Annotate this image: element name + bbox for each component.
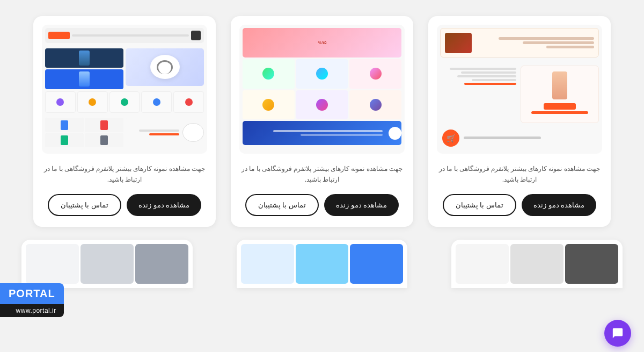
mock3-dot-4 [89, 98, 96, 106]
mock2-text-block [243, 130, 386, 136]
mock3-phone-blue [79, 71, 90, 87]
card-3-preview [42, 25, 207, 154]
mock3-grid-4 [45, 133, 84, 148]
bottom-thumb-1-2 [510, 244, 564, 284]
card-2-description: جهت مشاهده نمونه کارهای بیشتر پلاتفرم فر… [239, 163, 405, 185]
mock3-dot-3 [121, 98, 128, 106]
card-1-support-button[interactable]: تماس با پشتیبان [443, 194, 516, 216]
card-3-demo-button[interactable]: مشاهده دمو زنده [127, 194, 201, 216]
bottom-thumb-3-1 [135, 244, 188, 284]
bottom-card-1 [451, 240, 623, 288]
chat-button[interactable] [604, 320, 631, 347]
card-2-preview: %۷۵ [239, 25, 405, 154]
mock2-text-line2 [301, 134, 383, 136]
mock2-product-4 [370, 99, 382, 111]
mock3-prod-5 [45, 91, 76, 113]
mock2-cell4 [349, 90, 401, 120]
mock1-total [464, 137, 541, 139]
card-2-buttons: مشاهده دمو زنده تماس با پشتیبان [239, 194, 405, 216]
bottom-card-2 [237, 240, 408, 288]
mock2-cell2 [296, 59, 348, 89]
bottom-thumb-2-1 [350, 244, 403, 284]
mock3-mini1 [45, 48, 123, 68]
mock3-phone-dark [79, 51, 90, 66]
card-1-demo-button[interactable]: مشاهده دمو زنده [522, 194, 596, 216]
bottom-thumb-2-3 [241, 244, 294, 284]
mock3-prod-3 [109, 91, 140, 113]
bottom-card-3 [21, 240, 193, 288]
bottom-thumb-1-1 [565, 244, 618, 284]
mock2-text-line1 [273, 130, 383, 132]
mock1-detail-1 [450, 68, 516, 70]
mockup2: %۷۵ [239, 25, 405, 154]
bottom-thumb-3-3 [26, 244, 79, 284]
mock3-mini2 [45, 69, 123, 89]
mock1-line3 [546, 46, 594, 48]
mock2-bottom-banner [243, 121, 401, 145]
mock1-detail-3 [457, 75, 516, 77]
bottom-preview-1 [451, 240, 623, 288]
mock3-grid-prod-3 [100, 135, 108, 145]
card-1-preview: 🛒 [437, 25, 602, 154]
mock3-nav-btn [48, 32, 70, 39]
cards-row: 🛒 جهت مشاهده نمونه کارهای بیشتر پلاتفرم … [0, 0, 644, 238]
mock2-cell3 [243, 59, 295, 89]
mock1-line2 [523, 41, 594, 44]
mock3-grid-3 [85, 133, 123, 148]
chat-svg-icon [612, 327, 624, 339]
mock3-grid-2 [45, 118, 84, 132]
mock1-detail-2 [461, 71, 517, 74]
mock2-product-2 [316, 68, 328, 80]
mock2-cell1 [349, 59, 401, 89]
mock1-product-thumb [445, 33, 472, 53]
mock1-line1 [499, 37, 594, 40]
mock2-product-6 [262, 99, 274, 111]
bottom-preview-2 [237, 240, 408, 288]
mock3-grid-1 [85, 118, 123, 132]
card-3: جهت مشاهده نمونه کارهای بیشتر پلاتفرم فر… [33, 16, 216, 227]
bottom-preview-3 [21, 240, 193, 288]
mock3-prod-1 [173, 91, 204, 113]
mock1-phone-img [552, 71, 567, 99]
mock3-airpods-section [126, 118, 204, 147]
mock1-details [440, 66, 518, 124]
bottom-spacer-1 [422, 240, 436, 288]
mock3-airpods-price [149, 133, 179, 135]
mock3-nav-line [72, 34, 189, 37]
mock3-grid-prod-1 [100, 120, 108, 130]
mock3-hero [126, 48, 204, 86]
chat-icon [611, 327, 624, 340]
mock1-detail-4 [472, 79, 516, 81]
mock2-cell5 [296, 90, 348, 120]
card-2-demo-button[interactable]: مشاهده دمو زنده [324, 194, 399, 216]
mock1-cart-row: 🛒 [440, 125, 599, 150]
card-1-description: جهت مشاهده نمونه کارهای بیشتر پلاتفرم فر… [437, 163, 602, 185]
mock1-add-btn [544, 103, 576, 110]
card-3-support-button[interactable]: تماس با پشتیبان [48, 194, 121, 216]
mock1-cart-icon: 🛒 [442, 130, 459, 147]
card-2-support-button[interactable]: تماس با پشتیبان [245, 194, 319, 216]
card-2: %۷۵ [231, 16, 413, 227]
portal-name: PORTAL [0, 283, 64, 304]
portal-url: www.portal.ir [0, 304, 64, 317]
mock2-product-1 [370, 68, 382, 80]
mock1-phone-product [521, 66, 599, 124]
card-3-buttons: مشاهده دمو زنده تماس با پشتیبان [42, 194, 207, 216]
mock3-grid-prod-2 [61, 120, 68, 130]
mock3-dot-5 [56, 98, 64, 106]
mock1-price-line [531, 111, 588, 114]
mock3-logo [191, 31, 201, 40]
mock2-product-5 [316, 99, 328, 111]
card-3-description: جهت مشاهده نمونه کارهای بیشتر پلاتفرم فر… [42, 163, 207, 185]
mock1-banner [440, 28, 599, 58]
card-1-buttons: مشاهده دمو زنده تماس با پشتیبان [437, 194, 602, 216]
mock3-airpods-img [182, 123, 204, 142]
bottom-thumb-2-2 [296, 244, 349, 284]
mockup3 [42, 25, 207, 154]
mock3-prod-2 [141, 91, 172, 113]
bottom-thumb-1-3 [456, 244, 509, 284]
mock1-banner-text [475, 37, 594, 48]
portal-badge: PORTAL www.portal.ir [0, 283, 64, 317]
main-container: 🛒 جهت مشاهده نمونه کارهای بیشتر پلاتفرم … [0, 0, 644, 352]
bottom-spacer-2 [208, 240, 222, 288]
